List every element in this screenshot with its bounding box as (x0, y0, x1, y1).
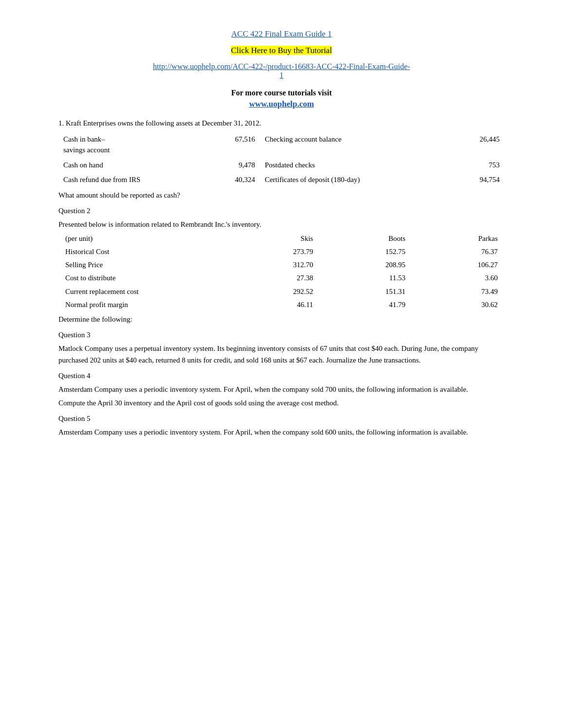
uophelp-link[interactable]: www.uophelp.com (249, 99, 314, 109)
inv-parkas-5: 30.62 (412, 298, 505, 311)
asset-label-3: Cash refund due from IRS (58, 172, 202, 187)
q4-text1: Amsterdam Company uses a periodic invent… (58, 383, 505, 395)
asset-desc-2: Postdated checks (260, 158, 447, 173)
table-row: Historical Cost 273.79 152.75 76.37 (58, 245, 505, 258)
inv-parkas-2: 106.27 (412, 258, 505, 272)
asset-value-3: 40,324 (202, 172, 260, 187)
asset-desc-value-3: 94,754 (447, 172, 505, 187)
asset-label-2: Cash on hand (58, 158, 202, 173)
inv-label-3: Cost to distribute (58, 272, 227, 285)
title-link[interactable]: ACC 422 Final Exam Guide 1 (231, 29, 332, 38)
inv-boots-3: 11.53 (320, 272, 413, 285)
inv-header-parkas: Parkas (412, 232, 505, 245)
asset-desc-3: Certificates of deposit (180-day) (260, 172, 447, 187)
table-row: (per unit) Skis Boots Parkas (58, 232, 505, 245)
asset-value-1: 67,516 (202, 132, 260, 158)
asset-desc-value-2: 753 (447, 158, 505, 173)
assets-table: Cash in bank–savings account 67,516 Chec… (58, 132, 505, 187)
click-here-text: Click Here to Buy the Tutorial (231, 46, 332, 55)
inv-skis-1: 273.79 (227, 245, 320, 258)
table-row: Cash on hand 9,478 Postdated checks 753 (58, 158, 505, 173)
inv-skis-4: 292.52 (227, 285, 320, 298)
inv-skis-2: 312.70 (227, 258, 320, 272)
q5-text: Amsterdam Company uses a periodic invent… (58, 426, 505, 438)
q2-label: Question 2 (58, 205, 505, 217)
q1-question: What amount should be reported as cash? (58, 189, 505, 201)
asset-desc-1: Checking account balance (260, 132, 447, 158)
course-heading: For more course tutorials visit (58, 89, 505, 97)
table-row: Cost to distribute 27.38 11.53 3.60 (58, 272, 505, 285)
inv-parkas-1: 76.37 (412, 245, 505, 258)
inv-parkas-4: 73.49 (412, 285, 505, 298)
q2-footer: Determine the following: (58, 313, 505, 325)
table-row: Cash refund due from IRS 40,324 Certific… (58, 172, 505, 187)
url-line1: http://www.uophelp.com/ACC-422-/product-… (153, 62, 410, 71)
inv-boots-5: 41.79 (320, 298, 413, 311)
table-row: Current replacement cost 292.52 151.31 7… (58, 285, 505, 298)
inv-header-skis: Skis (227, 232, 320, 245)
q4-text2: Compute the April 30 inventory and the A… (58, 397, 505, 409)
inv-boots-2: 208.95 (320, 258, 413, 272)
inv-label-5: Normal profit margin (58, 298, 227, 311)
q3-text: Matlock Company uses a perpetual invento… (58, 343, 505, 366)
table-row: Cash in bank–savings account 67,516 Chec… (58, 132, 505, 158)
q2-intro: Presented below is information related t… (58, 218, 505, 230)
table-row: Selling Price 312.70 208.95 106.27 (58, 258, 505, 272)
url-link[interactable]: http://www.uophelp.com/ACC-422-/product-… (153, 62, 410, 79)
q5-label: Question 5 (58, 413, 505, 424)
inv-label-2: Selling Price (58, 258, 227, 272)
inv-skis-5: 46.11 (227, 298, 320, 311)
q3-label: Question 3 (58, 329, 505, 341)
table-row: Normal profit margin 46.11 41.79 30.62 (58, 298, 505, 311)
inv-label-1: Historical Cost (58, 245, 227, 258)
inv-boots-1: 152.75 (320, 245, 413, 258)
asset-value-2: 9,478 (202, 158, 260, 173)
url-line2: 1 (280, 71, 283, 79)
inv-skis-3: 27.38 (227, 272, 320, 285)
inventory-table: (per unit) Skis Boots Parkas Historical … (58, 232, 505, 312)
inv-parkas-3: 3.60 (412, 272, 505, 285)
asset-label-1: Cash in bank–savings account (58, 132, 202, 158)
inv-boots-4: 151.31 (320, 285, 413, 298)
inv-label-4: Current replacement cost (58, 285, 227, 298)
inv-header-boots: Boots (320, 232, 413, 245)
q1-intro: 1. Kraft Enterprises owns the following … (58, 118, 505, 129)
inv-header-label: (per unit) (58, 232, 227, 245)
asset-desc-value-1: 26,445 (447, 132, 505, 158)
q4-label: Question 4 (58, 370, 505, 382)
